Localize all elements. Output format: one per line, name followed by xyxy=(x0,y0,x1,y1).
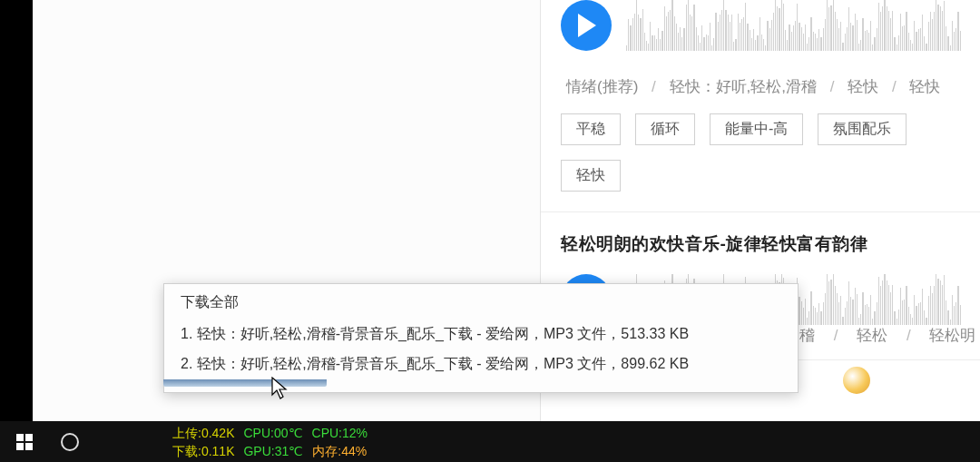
waveform xyxy=(626,0,962,51)
download-all-header[interactable]: 下载全部 xyxy=(181,293,781,312)
breadcrumb: 情绪(推荐) / 轻快：好听,轻松,滑稽 / 轻快 / 轻快 xyxy=(561,76,962,97)
tag[interactable]: 氛围配乐 xyxy=(818,113,906,145)
cpu-use-value: 12% xyxy=(342,426,368,440)
mem-value: 44% xyxy=(341,444,367,458)
download-value: 0.11K xyxy=(201,444,235,458)
tag[interactable]: 平稳 xyxy=(561,113,621,145)
svg-rect-2 xyxy=(16,434,24,441)
watermark-name: 小卷聊开发 xyxy=(877,369,964,392)
cpu-temp-label: CPU: xyxy=(243,426,273,440)
download-label: 下载: xyxy=(172,444,201,458)
tag-row: 平稳 循环 能量中-高 氛围配乐 轻快 xyxy=(561,113,962,192)
download-item[interactable]: 2. 轻快：好听,轻松,滑稽-背景音乐_配乐_下载 - 爱给网，MP3 文件，8… xyxy=(181,349,781,379)
tag[interactable]: 循环 xyxy=(635,113,695,145)
mem-label: 内存: xyxy=(312,444,341,458)
gpu-temp-value: 31℃ xyxy=(275,444,304,458)
crumb-link[interactable]: 情绪(推荐) xyxy=(566,78,638,95)
breadcrumb-partial: 滑稽 / 轻松 / 轻松明朗 xyxy=(777,325,980,367)
svg-rect-3 xyxy=(25,434,33,441)
watermark: 小卷聊开发 CSDN @小卷聊开发 xyxy=(831,367,964,415)
track-title[interactable]: 轻松明朗的欢快音乐-旋律轻快富有韵律 xyxy=(561,232,962,256)
crumb-link[interactable]: 轻快：好听,轻松,滑稽 xyxy=(670,78,817,95)
svg-rect-5 xyxy=(25,443,33,450)
cortana-button[interactable] xyxy=(49,421,91,462)
start-button[interactable] xyxy=(0,421,49,462)
svg-marker-0 xyxy=(578,14,596,37)
system-stats: 上传:0.42K CPU:00℃ CPU:12% 下载:0.11K GPU:31… xyxy=(172,424,368,460)
svg-rect-4 xyxy=(16,443,24,450)
watermark-sub: CSDN @小卷聊开发 xyxy=(831,396,964,415)
upload-value: 0.42K xyxy=(201,426,235,440)
cpu-temp-value: 00℃ xyxy=(274,426,303,440)
popup-shadow xyxy=(163,379,327,387)
download-menu: 下载全部 1. 轻快：好听,轻松,滑稽-背景音乐_配乐_下载 - 爱给网，MP3… xyxy=(163,283,799,393)
taskbar: 上传:0.42K CPU:00℃ CPU:12% 下载:0.11K GPU:31… xyxy=(0,421,980,462)
tag[interactable]: 能量中-高 xyxy=(710,113,803,145)
cortana-icon xyxy=(61,433,79,451)
crumb-link[interactable]: 轻松 xyxy=(857,327,887,344)
tag[interactable]: 轻快 xyxy=(561,160,621,192)
gpu-temp-label: GPU: xyxy=(243,444,274,458)
upload-label: 上传: xyxy=(172,426,201,440)
music-track-1: 情绪(推荐) / 轻快：好听,轻松,滑稽 / 轻快 / 轻快 平稳 循环 能量中… xyxy=(541,0,980,212)
crumb-link[interactable]: 轻快 xyxy=(909,78,940,95)
download-item[interactable]: 1. 轻快：好听,轻松,滑稽-背景音乐_配乐_下载 - 爱给网，MP3 文件，5… xyxy=(181,319,781,349)
watermark-avatar xyxy=(843,367,870,394)
cpu-use-label: CPU: xyxy=(312,426,342,440)
play-button[interactable] xyxy=(561,0,612,51)
crumb-link[interactable]: 轻快 xyxy=(848,78,878,95)
